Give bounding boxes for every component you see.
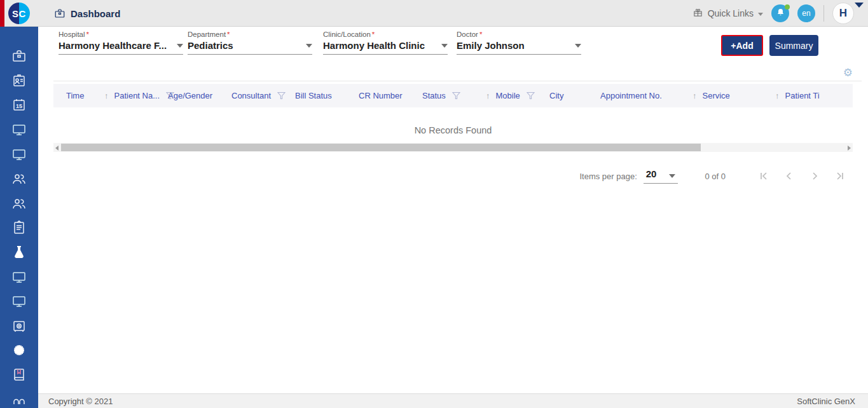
sort-arrow-icon[interactable]: ↑ [486,91,490,100]
filter-funnel-icon[interactable] [277,92,286,100]
footer-bar: Copyright © 2021 SoftClinic GenX [38,393,868,408]
main-content: Hospital* Harmony Healthcare F... Depart… [38,27,868,408]
users-icon [11,171,27,186]
column-header-cr-number[interactable]: CR Number [359,91,422,100]
language-button[interactable]: en [797,4,815,22]
flask-icon [11,245,27,260]
last-page-icon[interactable] [827,171,853,181]
column-header-patient-na[interactable]: ↑Patient Na... [104,91,168,100]
column-label: Appointment No. [600,91,662,100]
header-divider [823,5,824,22]
sort-arrow-icon[interactable]: ↑ [104,91,109,100]
filter-funnel-icon[interactable] [527,92,535,100]
required-asterisk: * [372,31,375,38]
monitor-icon [11,294,27,309]
sidebar-item-safe[interactable] [0,314,38,339]
items-per-page-select[interactable]: 20 [644,168,679,184]
briefcase-icon [11,48,27,64]
user-menu-caret-icon[interactable] [855,3,864,8]
quick-links-label: Quick Links [708,8,754,18]
sort-arrow-icon[interactable]: ↑ [692,91,697,100]
users-icon [11,196,27,211]
user-menu[interactable]: H [832,3,854,24]
sidebar-item-starburst[interactable] [0,338,38,363]
filter-funnel-icon[interactable] [452,92,460,100]
sidebar-item-monitor[interactable] [0,289,38,314]
notifications-button[interactable] [771,4,789,22]
summary-button[interactable]: Summary [769,35,818,56]
left-edge-red-stripe [0,0,4,27]
copyright-text: Copyright © 2021 [48,397,113,406]
required-asterisk: * [227,31,230,38]
sidebar: 15 [0,27,38,408]
column-label: Patient Ti [785,91,820,100]
column-header-age-gender[interactable]: Age/Gender [168,91,231,100]
horizontal-scrollbar[interactable] [53,143,853,152]
scroll-right-arrow-icon[interactable] [848,146,851,151]
filter-bar: Hospital* Harmony Healthcare F... Depart… [38,27,868,64]
hospital-select[interactable]: Hospital* Harmony Healthcare F... [59,31,183,55]
scroll-left-arrow-icon[interactable] [55,146,59,151]
column-label: Status [422,91,446,100]
sidebar-item-monitor[interactable] [0,142,38,167]
department-select[interactable]: Department* Pediatrics [188,31,312,55]
sidebar-item-glasses[interactable] [0,387,38,408]
app-logo[interactable]: SC [8,3,30,24]
dropdown-caret-icon[interactable] [575,44,581,48]
book-icon [11,367,27,383]
previous-page-icon[interactable] [776,171,802,181]
column-header-service[interactable]: ↑Service [692,91,775,100]
column-label: City [549,91,563,100]
sidebar-item-users[interactable] [0,191,38,216]
column-header-appointment-no[interactable]: Appointment No. [600,91,692,100]
column-header-consultant[interactable]: Consultant [231,91,295,100]
dropdown-caret-icon[interactable] [441,44,448,48]
gift-icon [692,7,703,20]
avatar[interactable]: H [832,3,854,24]
first-page-icon[interactable] [751,171,776,181]
column-header-status[interactable]: Status [422,91,486,100]
sidebar-item-clipboard[interactable] [0,215,38,240]
next-page-icon[interactable] [802,171,827,181]
monitor-icon [11,122,27,137]
table-toolbar: ⚙ [53,65,862,81]
column-label: CR Number [359,91,403,100]
monitor-icon [11,269,27,285]
department-label: Department [188,31,226,38]
sidebar-item-monitor[interactable] [0,264,38,289]
sidebar-item-id-card[interactable] [0,69,38,93]
column-header-bill-status[interactable]: Bill Status [295,91,359,100]
required-asterisk: * [479,31,482,38]
bell-icon [776,8,785,19]
pagination-nav [751,171,853,181]
sidebar-item-book[interactable] [0,363,38,388]
top-header-bar: SC Dashboard Quick Links [0,0,868,27]
add-button[interactable]: +Add [721,35,763,56]
column-label: Mobile [496,91,520,100]
items-per-page-label: Items per page: [579,172,637,181]
dropdown-caret-icon[interactable] [177,44,183,48]
sort-arrow-icon[interactable]: ↑ [775,91,780,100]
scrollbar-thumb[interactable] [61,144,701,151]
calendar-15-icon: 15 [11,97,27,112]
sidebar-item-calendar-15[interactable]: 15 [0,93,38,118]
sidebar-item-flask[interactable] [0,240,38,265]
sidebar-item-monitor[interactable] [0,118,38,142]
column-header-time[interactable]: Time [53,91,104,100]
svg-text:15: 15 [16,103,22,109]
column-header-mobile[interactable]: ↑Mobile [486,91,549,100]
chevron-down-icon [758,13,763,16]
clinic-location-select[interactable]: Clinic/Location* Harmony Health Clinic [323,31,448,55]
sidebar-item-users[interactable] [0,167,38,191]
column-header-city[interactable]: City [549,91,600,100]
column-settings-gear-icon[interactable]: ⚙ [843,67,853,78]
column-label: Consultant [231,91,271,100]
quick-links-menu[interactable]: Quick Links [692,7,763,20]
doctor-select[interactable]: Doctor* Emily Johnson [457,31,581,55]
dropdown-caret-icon[interactable] [306,44,312,48]
doctor-value: Emily Johnson [457,40,525,51]
column-header-patient-ti[interactable]: ↑Patient Ti [775,91,851,100]
clinic-location-label: Clinic/Location [323,31,371,38]
column-label: Time [66,91,84,100]
sidebar-item-briefcase[interactable] [0,44,38,69]
